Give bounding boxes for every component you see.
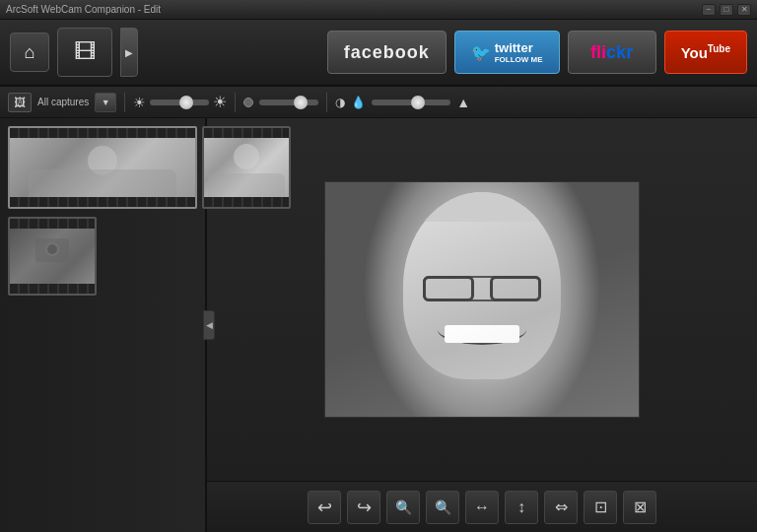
brightness-high-icon: ☀ [213, 93, 227, 111]
edit-toolbar: 🖼 All captures ▼ ☀ ☀ ◑ 💧 ▲ [0, 87, 757, 118]
captures-dropdown[interactable]: ▼ [95, 93, 116, 112]
film-strip-top-1 [10, 128, 195, 138]
flip-vertical-button[interactable]: ↕ [505, 491, 538, 524]
divider2 [235, 93, 236, 112]
minimize-button[interactable]: − [702, 4, 716, 16]
flickr-pink: fli [590, 42, 606, 62]
brightness-thumb[interactable] [179, 96, 193, 109]
facebook-label: facebook [344, 42, 430, 63]
facebook-button[interactable]: facebook [327, 31, 447, 74]
crop-icon: ⊠ [634, 498, 647, 516]
thumbnail-1[interactable] [8, 126, 197, 209]
zoom-out-icon: 🔍 [435, 499, 451, 515]
contrast-slider[interactable] [259, 100, 318, 105]
film-strip-bottom-2 [204, 197, 289, 207]
home-icon: ⌂ [25, 42, 35, 63]
collapse-icon: ◀ [206, 320, 213, 330]
edit-controls-bar: ↩ ↪ 🔍 🔍 ↔ ↕ [207, 481, 757, 532]
title-bar: ArcSoft WebCam Companion - Edit − □ ✕ [0, 0, 757, 20]
film-button[interactable]: 🎞 [57, 28, 112, 77]
thumbnail-3[interactable] [8, 217, 97, 296]
thumbnail-2[interactable] [202, 126, 291, 209]
zoom-in-icon: 🔍 [395, 499, 412, 515]
film-strip-top-2 [204, 128, 289, 138]
histogram-icon: ▲ [456, 95, 470, 110]
flickr-button[interactable]: flickr [568, 31, 656, 74]
film-icon: 🎞 [74, 39, 96, 65]
undo-icon: ↩ [317, 497, 332, 518]
brightness-low-icon: ☀ [133, 95, 146, 110]
sidebar: ◀ [0, 118, 207, 532]
youtube-button[interactable]: YouTube [664, 31, 747, 74]
flip-v-icon: ↕ [517, 499, 525, 516]
film-arrow-button[interactable]: ▶ [120, 28, 138, 77]
captures-label: All captures [37, 97, 89, 107]
saturation-slider[interactable] [372, 100, 450, 105]
contrast-icon: ◑ [335, 96, 345, 109]
film-strip-top-3 [10, 219, 95, 229]
divider3 [326, 93, 327, 112]
saturation-icon: 💧 [351, 96, 366, 109]
main-photo [324, 181, 640, 418]
brightness-slider[interactable] [150, 100, 209, 105]
save-frame-icon: ⊡ [594, 498, 607, 516]
save-frame-button[interactable]: ⊡ [584, 491, 617, 524]
zoom-in-button[interactable]: 🔍 [386, 491, 420, 524]
mirror-icon: ⇔ [555, 498, 568, 516]
brightness-slider-group: ☀ ☀ [133, 93, 227, 111]
film-strip-bottom-3 [10, 284, 95, 294]
flip-h-icon: ↔ [474, 499, 490, 516]
maximize-button[interactable]: □ [720, 4, 733, 16]
image-icon: 🖼 [8, 93, 32, 112]
home-button[interactable]: ⌂ [10, 33, 49, 72]
thumb-image-1 [10, 138, 195, 197]
circle-indicator [243, 98, 253, 107]
crop-button[interactable]: ⊠ [623, 491, 656, 524]
divider [124, 93, 125, 112]
main-area: ◀ [0, 118, 757, 532]
twitter-button[interactable]: 🐦 twitter FOLLOW ME [454, 31, 560, 74]
twitter-sub-label: FOLLOW ME [495, 55, 543, 64]
app-title: ArcSoft WebCam Companion - Edit [6, 4, 161, 15]
arrow-icon: ▶ [125, 47, 133, 58]
saturation-thumb[interactable] [411, 96, 425, 109]
youtube-label: YouTube [681, 43, 730, 61]
redo-icon: ↪ [357, 497, 372, 518]
dropdown-arrow: ▼ [102, 98, 110, 107]
contrast-slider-group [259, 100, 318, 105]
saturation-slider-group [372, 100, 450, 105]
undo-button[interactable]: ↩ [308, 491, 341, 524]
mirror-button[interactable]: ⇔ [544, 491, 578, 524]
zoom-out-button[interactable]: 🔍 [426, 491, 459, 524]
flickr-blue: ckr [606, 42, 633, 62]
main-toolbar: ⌂ 🎞 ▶ facebook 🐦 twitter FOLLOW ME flick… [0, 20, 757, 87]
twitter-bird-icon: 🐦 [471, 43, 491, 62]
twitter-label: twitter [495, 40, 533, 55]
redo-button[interactable]: ↪ [347, 491, 380, 524]
window-controls: − □ ✕ [702, 4, 751, 16]
thumb-image-3 [10, 229, 95, 284]
flickr-label: flickr [590, 42, 633, 63]
flip-horizontal-button[interactable]: ↔ [465, 491, 499, 524]
thumb-image-2 [204, 138, 289, 197]
close-button[interactable]: ✕ [737, 4, 751, 16]
film-strip-bottom-1 [10, 197, 195, 207]
sidebar-collapse-button[interactable]: ◀ [203, 310, 215, 340]
contrast-thumb[interactable] [294, 96, 308, 109]
